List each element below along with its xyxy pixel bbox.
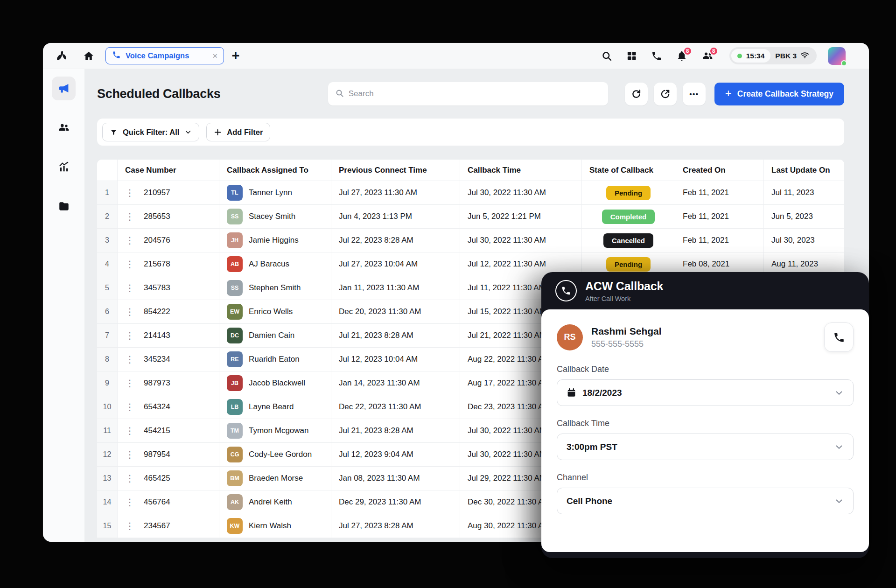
new-tab-icon[interactable]: + <box>231 49 239 63</box>
close-tab-icon[interactable]: × <box>212 51 217 60</box>
kebab-menu-icon[interactable]: ⋮ <box>125 212 134 221</box>
search-input[interactable] <box>349 89 601 98</box>
row-number: 1 <box>97 181 118 205</box>
kebab-menu-icon[interactable]: ⋮ <box>125 355 134 364</box>
kebab-menu-icon[interactable]: ⋮ <box>125 402 134 412</box>
previous-connect-time: Jul 27, 2023 8:28 AM <box>331 514 460 538</box>
search-icon[interactable] <box>601 50 612 62</box>
more-options-button[interactable]: ••• <box>683 83 706 105</box>
table-row[interactable]: 2 ⋮ 285653 SS Stacey Smith Jun 4, 2023 1… <box>97 205 844 229</box>
kebab-menu-icon[interactable]: ⋮ <box>125 331 134 340</box>
avatar: BM <box>227 470 243 486</box>
assignee-name: Cody-Lee Gordon <box>249 450 312 459</box>
assignee-name: Jacob Blackwell <box>249 378 305 388</box>
kebab-menu-icon[interactable]: ⋮ <box>125 426 134 435</box>
kebab-menu-icon[interactable]: ⋮ <box>125 378 134 388</box>
case-number: 215678 <box>144 259 170 269</box>
callback-time-select[interactable]: 3:00pm PST <box>557 434 854 460</box>
created-on: Feb 11, 2021 <box>675 229 764 252</box>
kebab-menu-icon[interactable]: ⋮ <box>125 474 134 483</box>
table-row[interactable]: 1 ⋮ 210957 TL Tanner Lynn Jul 27, 2023 1… <box>97 181 844 205</box>
state-cell: Completed <box>582 205 675 229</box>
share-button[interactable] <box>654 83 677 105</box>
callback-date-label: Callback Date <box>557 364 854 374</box>
call-button[interactable] <box>824 322 854 352</box>
wifi-icon <box>800 51 809 61</box>
previous-connect-time: Dec 22, 2023 11:30 AM <box>331 395 460 419</box>
acw-callback-panel: ACW Callback After Call Work RS Rashmi S… <box>541 272 869 558</box>
status-pill: 15:34 PBK 3 <box>729 47 817 64</box>
callback-date-select[interactable]: 18/2/2023 <box>557 379 854 406</box>
created-on: Feb 11, 2021 <box>675 181 764 205</box>
assigned-to-cell: TM Tymon Mcgowan <box>219 419 331 443</box>
sidebar-item-analytics[interactable] <box>52 155 76 179</box>
channel-select[interactable]: Cell Phone <box>557 488 854 514</box>
last-update-on: Jul 30, 2023 <box>764 229 844 252</box>
column-header-assigned-to: Callback Assigned To <box>219 160 331 181</box>
row-number: 13 <box>97 467 118 490</box>
presence-dot-icon <box>841 60 847 66</box>
case-number-cell: ⋮ 654324 <box>118 395 219 419</box>
assigned-to-cell: JB Jacob Blackwell <box>219 371 331 395</box>
table-row[interactable]: 3 ⋮ 204576 JH Jamie Higgins Jul 22, 2023… <box>97 229 844 252</box>
kebab-menu-icon[interactable]: ⋮ <box>125 188 134 197</box>
avatar: EW <box>227 304 243 320</box>
previous-connect-time: Jul 12, 2023 9:04 AM <box>331 443 460 467</box>
add-filter-button[interactable]: Add Filter <box>206 123 270 141</box>
assigned-to-cell: AB AJ Baracus <box>219 252 331 276</box>
people-icon[interactable]: 8 <box>701 50 714 62</box>
callback-time: Jun 5, 2022 1:21 PM <box>460 205 582 229</box>
tab-voice-campaigns[interactable]: Voice Campaigns × <box>105 47 224 64</box>
kebab-menu-icon[interactable]: ⋮ <box>125 236 134 245</box>
previous-connect-time: Jan 14, 2023 11:30 AM <box>331 371 460 395</box>
sidebar-item-teams[interactable] <box>52 116 76 140</box>
assignee-name: Damien Cain <box>249 331 294 340</box>
assigned-to-cell: SS Stacey Smith <box>219 205 331 229</box>
acw-panel-subtitle: After Call Work <box>585 295 663 302</box>
avatar: AK <box>227 494 243 510</box>
callback-time-label: Callback Time <box>557 419 854 428</box>
home-icon[interactable] <box>83 50 94 62</box>
case-number-cell: ⋮ 854222 <box>118 300 219 324</box>
status-badge: Completed <box>602 210 655 224</box>
online-dot-icon <box>737 54 742 58</box>
callback-time: Jul 30, 2022 11:30 AM <box>460 229 582 252</box>
add-filter-label: Add Filter <box>227 128 263 137</box>
assignee-name: Kiern Walsh <box>249 521 291 531</box>
assigned-to-cell: AK Andrei Keith <box>219 490 331 514</box>
kebab-menu-icon[interactable]: ⋮ <box>125 283 134 293</box>
phone-icon <box>112 50 121 61</box>
refresh-button[interactable] <box>625 83 648 105</box>
refresh-icon <box>631 89 642 99</box>
page-title: Scheduled Callbacks <box>97 87 220 101</box>
phone-icon[interactable] <box>651 50 662 62</box>
assigned-to-cell: BM Braeden Morse <box>219 467 331 490</box>
sidebar-item-files[interactable] <box>52 194 76 218</box>
bell-icon[interactable]: 8 <box>676 50 687 62</box>
kebab-menu-icon[interactable]: ⋮ <box>125 497 134 507</box>
kebab-menu-icon[interactable]: ⋮ <box>125 307 134 316</box>
apps-grid-icon[interactable] <box>626 50 637 61</box>
search-box[interactable] <box>328 82 608 105</box>
search-icon <box>335 89 344 99</box>
previous-connect-time: Jul 12, 2023 10:04 AM <box>331 348 460 371</box>
case-number: 987973 <box>144 378 170 388</box>
quick-filter-button[interactable]: Quick Filter: All <box>102 123 199 141</box>
case-number: 210957 <box>144 188 170 197</box>
kebab-menu-icon[interactable]: ⋮ <box>125 521 134 531</box>
avatar: DC <box>227 328 243 343</box>
case-number: 285653 <box>144 212 170 221</box>
user-avatar[interactable] <box>828 47 846 65</box>
case-number-cell: ⋮ 210957 <box>118 181 219 205</box>
status-badge: Pending <box>606 257 651 272</box>
previous-connect-time: Dec 29, 2023 11:30 AM <box>331 490 460 514</box>
chevron-down-icon <box>184 128 192 136</box>
create-callback-strategy-button[interactable]: + Create Callback Strategy <box>714 83 844 105</box>
sidebar-item-campaigns[interactable] <box>52 77 76 100</box>
state-cell: Pending <box>582 181 675 205</box>
callback-time-value: 3:00pm PST <box>567 442 617 452</box>
last-update-on: Jun 5, 2023 <box>764 205 844 229</box>
kebab-menu-icon[interactable]: ⋮ <box>125 450 134 459</box>
people-notification-badge: 8 <box>709 47 718 56</box>
kebab-menu-icon[interactable]: ⋮ <box>125 259 134 269</box>
